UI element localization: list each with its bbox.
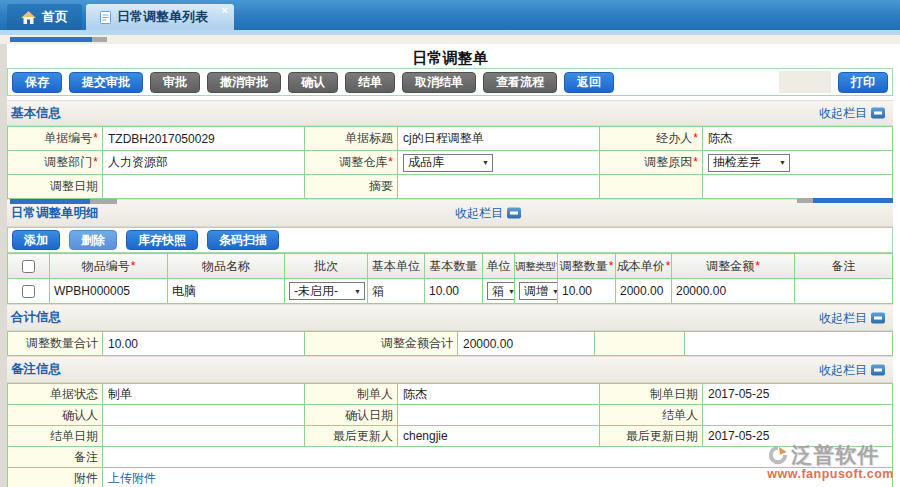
- confirmer-label: 确认人: [62, 408, 98, 422]
- add-button[interactable]: 添加: [12, 230, 60, 250]
- col-item-no: 物品编号*: [50, 254, 168, 279]
- col-base-unit: 基本单位: [368, 254, 425, 279]
- col-remark: 备注: [795, 254, 893, 279]
- row-remark-value[interactable]: [795, 279, 893, 304]
- detail-collapse-link[interactable]: 收起栏目: [455, 205, 521, 222]
- remarks-collapse-label: 收起栏目: [819, 361, 867, 378]
- view-process-button[interactable]: 查看流程: [483, 72, 557, 93]
- remarks-row-1: 单据状态 制单 制单人 陈杰 制单日期 2017-05-25: [8, 384, 893, 405]
- totals-collapse-label: 收起栏目: [819, 309, 867, 326]
- warehouse-select[interactable]: 成品库 ▼: [403, 154, 493, 172]
- col-unit-cost: 成本单价*: [616, 254, 672, 279]
- delete-button[interactable]: 删除: [69, 230, 117, 250]
- loading-bar: [10, 199, 117, 204]
- close-date-label-cell: 结单日期: [8, 426, 103, 447]
- collapse-icon: [871, 312, 885, 323]
- summary-value[interactable]: [398, 175, 600, 199]
- tab-adjustment-list[interactable]: 日常调整单列表 ×: [86, 4, 234, 30]
- remarks-collapse-link[interactable]: 收起栏目: [819, 361, 885, 378]
- creator-value: 陈杰: [398, 384, 600, 405]
- document-icon: [100, 11, 111, 24]
- totals-collapse-link[interactable]: 收起栏目: [819, 309, 885, 326]
- unit-selected-value: 箱: [492, 283, 504, 300]
- reason-select[interactable]: 抽检差异 ▼: [708, 154, 790, 172]
- remark-label: 备注: [74, 450, 98, 464]
- doc-no-value[interactable]: TZDBH2017050029: [103, 127, 305, 151]
- closer-label: 结单人: [662, 408, 698, 422]
- adj-amount-value[interactable]: 20000.00: [672, 279, 795, 304]
- save-button[interactable]: 保存: [12, 72, 62, 93]
- warehouse-label: 调整仓库: [339, 155, 387, 169]
- back-button[interactable]: 返回: [564, 72, 614, 93]
- close-date-value: [103, 426, 305, 447]
- unit-cost-value[interactable]: 2000.00: [616, 279, 672, 304]
- submit-approval-button[interactable]: 提交审批: [69, 72, 143, 93]
- doc-title-label: 单据标题: [345, 131, 393, 145]
- title-bar: 日常调整单: [0, 44, 900, 68]
- col-item-name-label: 物品名称: [202, 259, 250, 273]
- col-adj-amount-label: 调整金额: [706, 259, 754, 273]
- confirm-button[interactable]: 确认: [288, 72, 338, 93]
- detail-items-table: 物品编号* 物品名称 批次 基本单位 基本数量 单位 调整类型* 调整数量* 成…: [7, 253, 893, 304]
- remarks-table: 单据状态 制单 制单人 陈杰 制单日期 2017-05-25 确认人 确认日期 …: [7, 383, 893, 487]
- chevron-down-icon: ▼: [354, 288, 361, 295]
- remarks-row-2: 确认人 确认日期 结单人: [8, 405, 893, 426]
- cancel-close-order-button[interactable]: 取消结单: [402, 72, 476, 93]
- confirmer-value: [103, 405, 305, 426]
- dept-value[interactable]: 人力资源部: [103, 151, 305, 175]
- col-remark-label: 备注: [832, 259, 856, 273]
- adj-date-value[interactable]: [103, 175, 305, 199]
- collapse-icon: [871, 108, 885, 119]
- print-button[interactable]: 打印: [838, 72, 888, 93]
- chevron-down-icon: ▼: [779, 159, 786, 166]
- app-window: 首页 日常调整单列表 × 日常调整单 保存 提交审批 审批 撤消审批 确认 结单: [0, 0, 900, 487]
- total-qty-label-cell: 调整数量合计: [8, 332, 103, 356]
- col-adj-amount: 调整金额*: [672, 254, 795, 279]
- close-order-button[interactable]: 结单: [345, 72, 395, 93]
- col-adj-qty: 调整数量*: [558, 254, 616, 279]
- status-label: 单据状态: [50, 387, 98, 401]
- handler-value[interactable]: 陈杰: [703, 127, 893, 151]
- upload-attachment-link[interactable]: 上传附件: [108, 471, 156, 485]
- doc-title-value[interactable]: cj的日程调整单: [398, 127, 600, 151]
- reason-label-cell: 调整原因*: [600, 151, 703, 175]
- item-name-value[interactable]: 电脑: [168, 279, 285, 304]
- main-toolbar: 保存 提交审批 审批 撤消审批 确认 结单 取消结单 查看流程 返回 打印: [7, 68, 893, 96]
- inventory-snapshot-button[interactable]: 库存快照: [126, 230, 198, 250]
- empty-label-cell: [595, 332, 685, 356]
- adj-type-select[interactable]: 调增 ▼: [519, 282, 558, 300]
- page-title: 日常调整单: [413, 49, 488, 66]
- close-icon[interactable]: ×: [222, 5, 228, 16]
- col-batch-label: 批次: [314, 259, 338, 273]
- items-header-row: 物品编号* 物品名称 批次 基本单位 基本数量 单位 调整类型* 调整数量* 成…: [8, 254, 893, 279]
- remark-value[interactable]: [103, 447, 893, 468]
- loading-bar-tail: [92, 37, 107, 42]
- barcode-scan-button[interactable]: 条码扫描: [207, 230, 279, 250]
- basic-collapse-link[interactable]: 收起栏目: [819, 105, 885, 122]
- col-base-unit-label: 基本单位: [372, 259, 420, 273]
- revoke-approval-button[interactable]: 撤消审批: [207, 72, 281, 93]
- warehouse-cell: 成品库 ▼: [398, 151, 600, 175]
- tab-home[interactable]: 首页: [7, 4, 82, 30]
- reason-selected-value: 抽检差异: [713, 154, 761, 171]
- unit-select[interactable]: 箱 ▼: [487, 282, 515, 300]
- attachment-label-cell: 附件: [8, 468, 103, 487]
- batch-select[interactable]: -未启用- ▼: [289, 282, 365, 300]
- create-date-value: 2017-05-25: [703, 384, 893, 405]
- warehouse-label-cell: 调整仓库*: [305, 151, 398, 175]
- confirm-date-label: 确认日期: [345, 408, 393, 422]
- last-update-date-label-cell: 最后更新日期: [600, 426, 703, 447]
- select-all-checkbox[interactable]: [22, 260, 35, 273]
- totals-title: 合计信息: [11, 309, 61, 326]
- item-no-value[interactable]: WPBH000005: [50, 279, 168, 304]
- total-qty-label: 调整数量合计: [26, 336, 98, 350]
- adj-date-label-cell: 调整日期: [8, 175, 103, 199]
- attachment-label: 附件: [74, 471, 98, 485]
- detail-title: 日常调整单明细: [11, 205, 99, 222]
- approve-button[interactable]: 审批: [150, 72, 200, 93]
- toolbar-spacer: [779, 71, 831, 93]
- tab-bar: 首页 日常调整单列表 ×: [0, 0, 900, 30]
- adj-qty-value[interactable]: 10.00: [558, 279, 616, 304]
- row-checkbox[interactable]: [22, 285, 35, 298]
- totals-header: 合计信息 收起栏目: [7, 304, 893, 331]
